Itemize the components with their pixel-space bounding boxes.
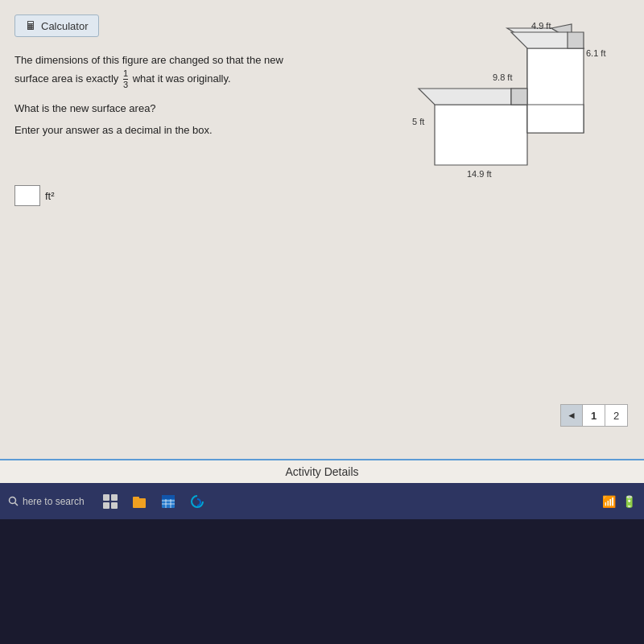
prev-page-button[interactable]: ◄ (560, 404, 583, 427)
calculator-button[interactable]: 🖩 Calculator (14, 14, 99, 37)
figure-svg: 4.9 ft 6.1 ft 9.8 ft 5 ft 14.9 ft (394, 16, 620, 201)
svg-line-17 (15, 502, 19, 506)
search-icon (8, 496, 19, 507)
question-area: The dimensions of this figure are change… (14, 52, 320, 136)
wifi-icon: 📶 (602, 495, 616, 508)
svg-text:6.1 ft: 6.1 ft (586, 48, 605, 58)
instruction-text: Enter your answer as a decimal in the bo… (14, 124, 320, 136)
calendar-icon[interactable] (159, 492, 178, 511)
battery-icon: 🔋 (622, 495, 636, 508)
search-text[interactable]: here to search (23, 496, 85, 507)
svg-rect-20 (103, 502, 109, 509)
question-line2-prefix: surface area is exactly (14, 72, 122, 84)
svg-text:4.9 ft: 4.9 ft (531, 21, 551, 31)
answer-area: ft² (14, 185, 55, 206)
taskbar: here to search (0, 483, 644, 644)
taskbar-top: here to search (0, 483, 644, 519)
svg-marker-9 (527, 105, 584, 133)
edge-icon[interactable] (188, 492, 207, 511)
taskbar-icons (101, 492, 207, 511)
question-line1: The dimensions of this figure are change… (14, 54, 283, 66)
svg-rect-21 (111, 502, 118, 509)
search-area: here to search (8, 496, 85, 507)
task-view-icon[interactable] (101, 492, 120, 511)
svg-point-16 (10, 497, 16, 503)
svg-rect-25 (162, 495, 175, 499)
question-line2-suffix: what it was originally. (130, 72, 230, 84)
svg-rect-19 (111, 494, 118, 501)
svg-marker-3 (435, 105, 527, 165)
unit-label: ft² (45, 190, 55, 202)
svg-marker-8 (568, 32, 584, 48)
main-content: 🖩 Calculator The dimensions of this figu… (0, 0, 644, 459)
svg-text:5 ft: 5 ft (412, 117, 424, 126)
svg-text:14.9 ft: 14.9 ft (467, 169, 492, 179)
answer-input[interactable] (14, 185, 40, 206)
svg-marker-10 (511, 89, 527, 105)
svg-rect-23 (133, 497, 139, 500)
figure-container: 4.9 ft 6.1 ft 9.8 ft 5 ft 14.9 ft (394, 16, 620, 201)
svg-text:9.8 ft: 9.8 ft (493, 72, 512, 82)
activity-details-label: Activity Details (285, 465, 358, 478)
file-explorer-icon[interactable] (130, 492, 149, 511)
activity-bar: Activity Details (0, 459, 644, 483)
calculator-label: Calculator (41, 20, 89, 32)
taskbar-right-icons: 📶 🔋 (602, 495, 636, 508)
pagination: ◄ 1 2 (560, 404, 628, 427)
page-2-button[interactable]: 2 (605, 404, 628, 427)
fraction: 13 (123, 68, 128, 89)
question-text: The dimensions of this figure are change… (14, 52, 320, 89)
svg-rect-18 (103, 494, 109, 501)
sub-question: What is the new surface area? (14, 102, 320, 114)
page-1-button[interactable]: 1 (583, 404, 605, 427)
calculator-icon: 🖩 (25, 19, 36, 32)
